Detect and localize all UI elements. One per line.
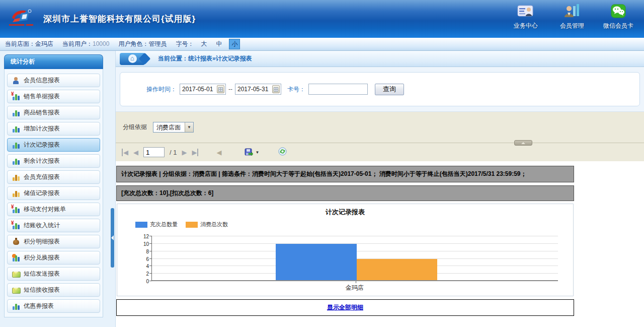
breadcrumb: 当前位置：统计报表»计次记录报表 xyxy=(158,54,252,63)
sidebar-item-sms-receive-report[interactable]: 短信接收报表 xyxy=(7,283,100,297)
points-exchange-chart-icon xyxy=(12,254,20,262)
export-caret-icon: ▼ xyxy=(255,150,259,155)
legend-entry: 消费总次数 xyxy=(186,221,228,228)
legend-swatch-blue xyxy=(135,222,147,228)
sidebar-item-coupon-report[interactable]: 优惠券报表 xyxy=(7,299,100,313)
refresh-icon xyxy=(278,147,287,156)
chart-plot: 024681012 xyxy=(151,236,558,281)
show-all-details-link[interactable]: 显示全部明细 xyxy=(327,304,363,311)
nav-member-management-label: 会员管理 xyxy=(560,22,584,30)
sms-receive-icon xyxy=(12,286,20,294)
member-management-icon xyxy=(563,4,581,20)
recharge-chart-icon xyxy=(12,173,20,181)
sidebar-item-product-sales-report[interactable]: 商品销售报表 xyxy=(7,106,100,119)
collapse-up-icon xyxy=(521,142,525,144)
role-value: 管理员 xyxy=(148,40,167,47)
page-count-label: / 1 xyxy=(170,149,177,156)
chart-legend: 充次总数量 消费总次数 xyxy=(135,221,573,228)
chart-x-axis: 金玛店 xyxy=(151,281,558,293)
page-number-input[interactable] xyxy=(143,147,165,157)
legend-label: 充次总数量 xyxy=(150,221,178,228)
date-from-input[interactable] xyxy=(182,86,215,93)
remaining-count-chart-icon xyxy=(12,157,20,165)
sidebar-item-label: 增加计次报表 xyxy=(24,124,60,133)
store-value: 金玛店 xyxy=(35,40,53,47)
nav-business-center-label: 业务中心 xyxy=(514,22,538,30)
sidebar-item-member-recharge-report[interactable]: 会员充值报表 xyxy=(7,170,100,184)
app-title: 深圳市上誉智能科技有限公司{试用版} xyxy=(43,13,196,25)
sms-send-icon xyxy=(12,270,20,278)
x-tick xyxy=(356,281,356,283)
count-record-chart-icon xyxy=(12,141,20,149)
income-chart-icon xyxy=(12,222,20,230)
report-header-text: 计次记录报表 | 分组依据：消费店面 | 筛选条件：消费时间大于等于起始(包括当… xyxy=(116,166,574,182)
sidebar-item-label: 短信接收报表 xyxy=(24,286,60,294)
card-number-input[interactable] xyxy=(309,84,367,94)
sidebar-item-member-info-report[interactable]: 会员信息报表 xyxy=(7,74,100,87)
prev-page-button[interactable]: ◀ xyxy=(133,149,138,156)
report-body: 计次记录报表 | 分组依据：消费店面 | 筛选条件：消费时间大于等于起始(包括当… xyxy=(116,161,644,327)
next-page-button[interactable]: ▶ xyxy=(182,149,187,156)
user-value: 10000 xyxy=(93,40,109,47)
sidebar-item-add-count-report[interactable]: 增加计次报表 xyxy=(7,122,100,136)
sidebar-item-remaining-count-report[interactable]: 剩余计次报表 xyxy=(7,154,100,168)
wechat-icon xyxy=(611,4,626,20)
mobile-pay-chart-icon xyxy=(12,206,20,214)
calendar-icon[interactable] xyxy=(217,85,224,93)
fontsize-small[interactable]: 小 xyxy=(229,39,240,49)
sidebar-item-label: 优惠券报表 xyxy=(24,302,54,310)
home-icon: ⌂ xyxy=(128,54,137,63)
card-number-box xyxy=(308,84,368,95)
grouping-label: 分组依据 xyxy=(123,123,147,132)
sidebar-item-stored-value-report[interactable]: 储值记录报表 xyxy=(7,186,100,200)
sidebar-item-checkout-income-stats[interactable]: 结账收入统计 xyxy=(7,219,100,232)
toolbar-collapse-handle[interactable] xyxy=(514,140,532,146)
member-icon xyxy=(12,77,20,85)
save-export-icon xyxy=(245,148,253,157)
nav-business-center[interactable]: 业务中心 xyxy=(507,4,544,30)
info-bar: 当前店面：金玛店 当前用户：10000 用户角色：管理员 字号： 大 中 小 xyxy=(0,38,644,51)
fontsize-large[interactable]: 大 xyxy=(199,39,209,49)
sidebar-item-label: 会员信息报表 xyxy=(24,76,60,85)
nav-member-management[interactable]: 会员管理 xyxy=(553,4,591,30)
sidebar-item-label: 移动支付对账单 xyxy=(24,205,66,214)
nav-wechat-card[interactable]: 微信会员卡 xyxy=(600,4,637,30)
filter-zone: 操作时间： -- 卡号： 查询 xyxy=(116,67,644,111)
sidebar-item-label: 商品销售报表 xyxy=(24,108,60,117)
calendar-icon[interactable] xyxy=(272,85,280,93)
sidebar: 统计分析 会员信息报表 销售单据报表 商品销售报表 增加计次报表 计次记录报表 … xyxy=(0,51,116,327)
sidebar-item-points-detail-report[interactable]: 积分明细报表 xyxy=(7,235,100,248)
sales-chart-icon xyxy=(12,93,20,101)
sidebar-item-sms-send-report[interactable]: 短信发送报表 xyxy=(7,267,100,281)
fontsize-label: 字号： xyxy=(176,40,194,48)
bar-series-0 xyxy=(276,244,357,281)
query-button[interactable]: 查询 xyxy=(375,84,404,95)
collapse-left-icon xyxy=(111,235,114,240)
filter-panel: 操作时间： -- 卡号： 查询 xyxy=(120,72,640,106)
fontsize-medium[interactable]: 中 xyxy=(214,39,224,49)
sidebar-item-label: 积分明细报表 xyxy=(24,237,60,246)
sidebar-item-label: 短信发送报表 xyxy=(24,270,60,278)
sidebar-item-mobile-pay-statement[interactable]: 移动支付对账单 xyxy=(7,203,100,216)
sidebar-item-label: 会员充值报表 xyxy=(24,173,60,181)
sidebar-item-label: 积分兑换报表 xyxy=(24,253,60,262)
add-count-chart-icon xyxy=(12,125,20,133)
sidebar-item-sales-invoice-report[interactable]: 销售单据报表 xyxy=(7,90,100,103)
date-to-input[interactable] xyxy=(237,86,271,93)
back-to-parent-button[interactable]: ◀ xyxy=(216,149,221,156)
refresh-button[interactable] xyxy=(278,147,287,157)
pager-toolbar: ◀ ◀ / 1 ▶ ▶ ◀ ▼ xyxy=(116,143,644,161)
date-separator: -- xyxy=(228,86,232,93)
first-page-button[interactable]: ◀ xyxy=(122,149,128,156)
legend-swatch-orange xyxy=(186,222,198,228)
home-button[interactable]: ⌂ xyxy=(120,53,145,65)
bar-chart: 计次记录报表 充次总数量 消费总次数 024681012 金玛店 xyxy=(117,204,574,296)
grouping-bar: 分组依据 消费店面 ▼ xyxy=(116,111,644,143)
last-page-button[interactable]: ▶ xyxy=(192,149,198,156)
role-label: 用户角色： xyxy=(118,40,148,47)
sidebar-item-points-exchange-report[interactable]: 积分兑换报表 xyxy=(7,251,100,265)
grouping-select[interactable]: 消费店面 ▼ xyxy=(153,122,194,133)
sidebar-item-count-record-report[interactable]: 计次记录报表 xyxy=(7,138,100,152)
sidebar-collapse-handle[interactable] xyxy=(111,208,114,268)
export-button[interactable]: ▼ xyxy=(245,148,259,157)
